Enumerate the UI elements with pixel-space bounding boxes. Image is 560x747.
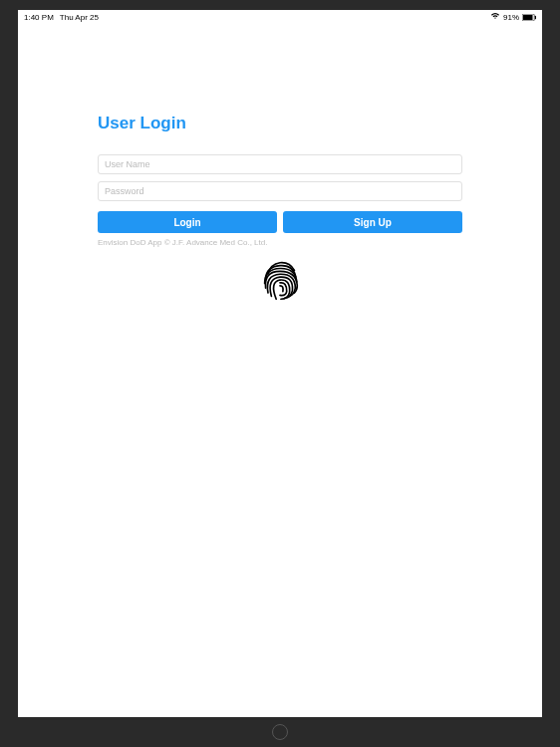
login-content: User Login Login Sign Up Envision DoD Ap… (18, 24, 542, 309)
wifi-icon (490, 12, 500, 22)
home-button[interactable] (272, 724, 288, 740)
signup-button[interactable]: Sign Up (283, 211, 462, 233)
copyright-text: Envision DoD App © J.F. Advance Med Co.,… (98, 238, 462, 247)
status-time: 1:40 PM (24, 13, 54, 22)
status-left: 1:40 PM Thu Apr 25 (24, 13, 99, 22)
svg-rect-2 (535, 15, 536, 19)
page-title: User Login (98, 114, 462, 133)
status-bar: 1:40 PM Thu Apr 25 91% (18, 10, 542, 24)
svg-rect-1 (523, 14, 533, 19)
username-input[interactable] (98, 154, 462, 174)
password-input[interactable] (98, 181, 462, 201)
battery-icon (522, 14, 536, 21)
fingerprint-icon (256, 257, 304, 309)
login-button[interactable]: Login (98, 211, 277, 233)
device-frame: 1:40 PM Thu Apr 25 91% User Login Logi (0, 0, 560, 747)
fingerprint-button[interactable] (98, 257, 462, 309)
status-right: 91% (490, 12, 536, 22)
battery-percent: 91% (503, 13, 519, 22)
button-row: Login Sign Up (98, 211, 462, 233)
status-date: Thu Apr 25 (60, 13, 99, 22)
screen: 1:40 PM Thu Apr 25 91% User Login Logi (18, 10, 542, 717)
